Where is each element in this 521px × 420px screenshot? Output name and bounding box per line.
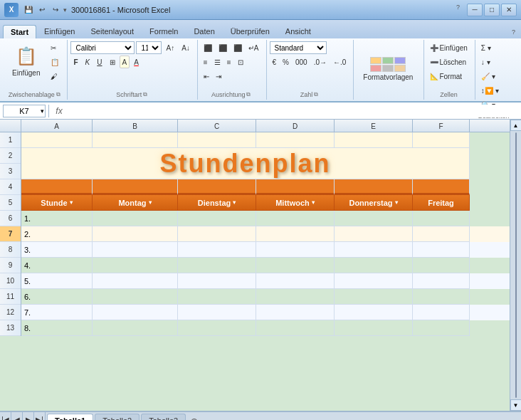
cell-A6[interactable]: 1. xyxy=(21,211,93,226)
font-expand[interactable]: ⧉ xyxy=(143,91,147,98)
fill-color-button[interactable]: A xyxy=(120,56,130,68)
scroll-up-button[interactable]: ▲ xyxy=(510,120,522,131)
sum-button[interactable]: Σ ▾ xyxy=(478,41,494,54)
cell-B8[interactable] xyxy=(93,242,178,258)
cell-B9[interactable] xyxy=(93,258,178,273)
cell-E9[interactable] xyxy=(335,258,413,273)
cell-A4[interactable] xyxy=(21,179,93,195)
dienstag-dropdown-icon[interactable]: ▾ xyxy=(233,199,236,206)
font-name-select[interactable]: Calibri xyxy=(70,41,135,54)
decrease-font-button[interactable]: A↓ xyxy=(179,41,193,54)
row-num-1[interactable]: 1 xyxy=(0,132,21,148)
cell-E7[interactable] xyxy=(335,226,413,242)
format-cells-button[interactable]: 📐 Format xyxy=(427,70,465,83)
cell-C8[interactable] xyxy=(178,242,256,258)
paste-button[interactable]: 📋 Einfügen xyxy=(6,41,46,80)
minimize-button[interactable]: ─ xyxy=(467,4,483,16)
tab-ansicht[interactable]: Ansicht xyxy=(278,24,319,38)
fill-button[interactable]: ↓ ▾ xyxy=(478,56,493,68)
sort-filter-button[interactable]: ↕🔽 ▾ xyxy=(478,84,502,97)
cell-B1[interactable] xyxy=(93,132,178,148)
cell-A9[interactable]: 4. xyxy=(21,258,93,273)
header-cell-freitag[interactable]: Freitag xyxy=(413,195,470,211)
scrollbar-thumb-v[interactable] xyxy=(515,132,517,398)
row-num-7[interactable]: 7 xyxy=(0,226,21,242)
cell-ref-dropdown[interactable]: ▾ xyxy=(41,107,44,115)
align-left-button[interactable]: ≡ xyxy=(201,56,211,68)
increase-indent-button[interactable]: ⇥ xyxy=(213,70,224,83)
clipboard-expand[interactable]: ⧉ xyxy=(56,91,60,98)
formula-input[interactable] xyxy=(69,105,518,117)
cell-D12[interactable] xyxy=(256,305,335,320)
row-num-2[interactable]: 2 xyxy=(0,148,21,164)
cell-D9[interactable] xyxy=(256,258,335,273)
header-cell-stunde[interactable]: Stunde ▾ xyxy=(21,195,93,211)
tab-start[interactable]: Start xyxy=(3,25,36,38)
sheet-nav-next[interactable]: ▶ xyxy=(23,412,34,420)
stunde-dropdown-icon[interactable]: ▾ xyxy=(70,199,73,206)
cell-C12[interactable] xyxy=(178,305,256,320)
sheet-nav-first[interactable]: |◀ xyxy=(0,412,11,420)
underline-button[interactable]: U xyxy=(94,56,105,68)
scroll-down-button[interactable]: ▼ xyxy=(510,399,522,411)
cell-E12[interactable] xyxy=(335,305,413,320)
cell-F12[interactable] xyxy=(413,305,470,320)
sheet-tab-3[interactable]: Tabelle3 xyxy=(141,414,186,420)
align-center-button[interactable]: ☰ xyxy=(211,56,223,68)
bold-button[interactable]: F xyxy=(70,56,80,68)
sheet-nav-prev[interactable]: ◀ xyxy=(11,412,23,420)
mittwoch-dropdown-icon[interactable]: ▾ xyxy=(312,199,315,206)
align-top-center-button[interactable]: ⬛ xyxy=(216,41,230,54)
cell-E1[interactable] xyxy=(335,132,413,148)
cell-E13[interactable] xyxy=(335,320,413,336)
cell-D11[interactable] xyxy=(256,289,335,305)
cell-C6[interactable] xyxy=(178,211,256,226)
col-header-D[interactable]: D xyxy=(256,120,335,132)
donnerstag-dropdown-icon[interactable]: ▾ xyxy=(395,199,398,206)
cell-F10[interactable] xyxy=(413,273,470,289)
cell-A10[interactable]: 5. xyxy=(21,273,93,289)
cell-F6[interactable] xyxy=(413,211,470,226)
row-num-3[interactable]: 3 xyxy=(0,164,21,179)
tab-einfuegen[interactable]: Einfügen xyxy=(36,24,83,38)
cell-D6[interactable] xyxy=(256,211,335,226)
cell-A7[interactable]: 2. xyxy=(21,226,93,242)
new-sheet-button[interactable]: ⊕ xyxy=(187,416,201,420)
col-header-F[interactable]: F xyxy=(413,120,470,132)
font-size-select[interactable]: 11 xyxy=(136,41,162,54)
number-format-select[interactable]: Standard xyxy=(270,41,327,54)
row-num-9[interactable]: 9 xyxy=(0,258,21,273)
cell-E10[interactable] xyxy=(335,273,413,289)
tab-daten[interactable]: Daten xyxy=(186,24,222,38)
cell-D4[interactable] xyxy=(256,179,335,195)
cell-F9[interactable] xyxy=(413,258,470,273)
align-right-button[interactable]: ≡ xyxy=(224,56,234,68)
cell-B11[interactable] xyxy=(93,289,178,305)
quick-access-dropdown[interactable]: ▾ xyxy=(63,6,67,14)
increase-decimal-button[interactable]: .0→ xyxy=(311,56,330,68)
row-num-6[interactable]: 6 xyxy=(0,211,21,226)
delete-cells-button[interactable]: ➖ Löschen xyxy=(427,56,469,68)
cell-F4[interactable] xyxy=(413,179,470,195)
col-header-A[interactable]: A xyxy=(21,120,93,132)
cell-A13[interactable]: 8. xyxy=(21,320,93,336)
row-num-10[interactable]: 10 xyxy=(0,273,21,289)
header-cell-donnerstag[interactable]: Donnerstag ▾ xyxy=(335,195,413,211)
alignment-expand[interactable]: ⧉ xyxy=(246,91,251,98)
cell-A8[interactable]: 3. xyxy=(21,242,93,258)
cell-C4[interactable] xyxy=(178,179,256,195)
undo-button[interactable]: ↩ xyxy=(36,4,48,16)
decrease-indent-button[interactable]: ⇤ xyxy=(201,70,212,83)
formatvorlagen-button[interactable]: Formatvorlagen xyxy=(357,53,419,85)
cut-button[interactable]: ✂ xyxy=(48,41,63,54)
thousands-button[interactable]: 000 xyxy=(293,56,310,68)
cell-A1[interactable] xyxy=(21,132,93,148)
vertical-scrollbar[interactable]: ▲ ▼ xyxy=(510,120,521,411)
cell-B10[interactable] xyxy=(93,273,178,289)
maximize-button[interactable]: □ xyxy=(484,4,500,16)
tab-formeln[interactable]: Formeln xyxy=(142,24,186,38)
cell-B12[interactable] xyxy=(93,305,178,320)
cell-C1[interactable] xyxy=(178,132,256,148)
header-cell-montag[interactable]: Montag ▾ xyxy=(93,195,178,211)
save-button[interactable]: 💾 xyxy=(23,4,34,16)
